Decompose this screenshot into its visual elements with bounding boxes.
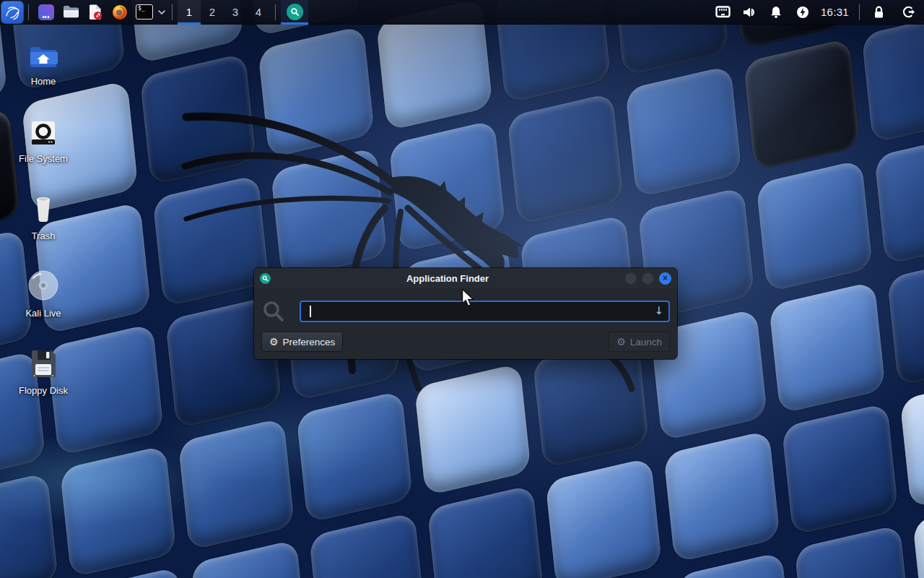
wallpaper-cube (625, 65, 742, 198)
firefox-launcher[interactable] (108, 0, 132, 25)
app-finder-icon (287, 4, 303, 20)
desktop-icon-label: Kali Live (25, 308, 61, 319)
wallpaper-cube (769, 281, 886, 414)
terminal-icon: $_ (136, 4, 153, 20)
wallpaper-cube (663, 430, 780, 563)
home-folder-icon (29, 36, 58, 69)
window-title: Application Finder (271, 273, 624, 284)
lock-screen-icon[interactable] (866, 0, 892, 25)
wallpaper-cube (887, 254, 924, 387)
desktop-icon-trash[interactable]: Trash (9, 191, 78, 268)
wallpaper-cube (309, 512, 426, 578)
workspace-4[interactable]: 4 (247, 0, 270, 25)
wallpaper-cube (912, 497, 924, 578)
desktop-icon-kali-live[interactable]: Kali Live (9, 268, 78, 345)
desktop-icon (38, 4, 54, 20)
desktop-icon-file-system[interactable]: File System (9, 113, 78, 191)
wallpaper-cube (756, 160, 873, 293)
logout-session-icon[interactable] (892, 0, 924, 25)
panel-tray-group: 16:31 (710, 0, 924, 24)
wallpaper-cube (782, 402, 899, 535)
kali-applications-menu-button[interactable] (1, 1, 23, 23)
desktop-icon-floppy-disk[interactable]: Floppy Disk (9, 345, 78, 423)
top-panel: $_ 1 2 3 4 (0, 0, 924, 25)
launch-button[interactable]: ⚙ Launch (609, 332, 670, 352)
application-finder-window: Application Finder × ↓ ⚙ (254, 268, 677, 359)
volume-icon[interactable] (736, 0, 763, 25)
panel-separator (859, 4, 860, 20)
close-icon: × (663, 274, 668, 282)
folder-icon (63, 5, 79, 19)
chevron-down-icon (158, 10, 165, 14)
firefox-icon (112, 4, 128, 20)
notifications-bell-icon[interactable] (763, 0, 790, 25)
wallpaper-cube (60, 445, 177, 578)
window-title-icon (260, 273, 271, 284)
wallpaper-cube (899, 376, 924, 509)
power-manager-icon[interactable] (790, 0, 816, 25)
launch-button-label: Launch (630, 337, 662, 348)
panel-clock[interactable]: 16:31 (816, 6, 853, 18)
desktop-icon-label: File System (19, 153, 68, 164)
terminal-launcher[interactable]: $_ (132, 0, 157, 25)
wallpaper-cube (178, 418, 295, 551)
minimize-button[interactable] (624, 272, 637, 285)
network-ethernet-icon[interactable] (710, 0, 736, 25)
wallpaper-cube (861, 11, 924, 144)
text-editor-launcher[interactable] (83, 0, 108, 25)
desktop-icon-label: Floppy Disk (19, 385, 68, 396)
window-titlebar[interactable]: Application Finder × (254, 268, 677, 288)
preferences-button[interactable]: ⚙ Preferences (261, 332, 343, 352)
launch-gear-icon: ⚙ (616, 337, 626, 347)
floppy-disk-icon (29, 345, 58, 379)
search-icon (261, 300, 286, 323)
wallpaper-cube (794, 525, 911, 578)
text-editor-icon (88, 4, 103, 20)
search-input[interactable] (300, 301, 670, 322)
panel-separator (275, 4, 276, 20)
text-caret (310, 306, 311, 317)
desktop-icon-column: Home File System Trash (9, 36, 78, 423)
workspace-switcher: 1 2 3 4 (178, 0, 270, 25)
desktop-icon-label: Trash (32, 230, 56, 241)
optical-disc-icon (27, 268, 59, 301)
desktop-icon-home[interactable]: Home (9, 36, 78, 113)
kali-dragon-silhouette (180, 85, 642, 425)
gear-icon: ⚙ (269, 337, 279, 347)
wallpaper-cube (427, 485, 544, 578)
application-finder-panel-button[interactable] (281, 0, 308, 25)
panel-separator (28, 4, 29, 20)
wallpaper-cube (874, 132, 924, 265)
close-button[interactable]: × (659, 272, 671, 285)
window-controls: × (624, 272, 671, 285)
kali-logo-icon (4, 4, 21, 21)
search-input-wrap: ↓ (300, 301, 670, 322)
wallpaper-cube (0, 473, 58, 578)
workspace-3[interactable]: 3 (224, 0, 247, 25)
wallpaper-cube (545, 457, 662, 578)
terminal-dropdown-chevron[interactable] (157, 0, 167, 25)
desktop-icon-label: Home (31, 76, 56, 87)
workspace-1[interactable]: 1 (178, 0, 201, 25)
workspace-2[interactable]: 2 (201, 0, 224, 25)
trash-can-icon (30, 191, 57, 224)
maximize-button[interactable] (642, 272, 654, 285)
show-desktop-launcher[interactable] (34, 0, 58, 25)
panel-separator (172, 4, 173, 20)
file-manager-launcher[interactable] (58, 0, 83, 25)
preferences-button-label: Preferences (283, 337, 336, 348)
window-body: ↓ ⚙ Preferences ⚙ Launch (254, 300, 677, 352)
hard-drive-icon (30, 113, 57, 147)
panel-left-group: $_ 1 2 3 4 (0, 0, 308, 24)
wallpaper-cube (744, 38, 860, 171)
